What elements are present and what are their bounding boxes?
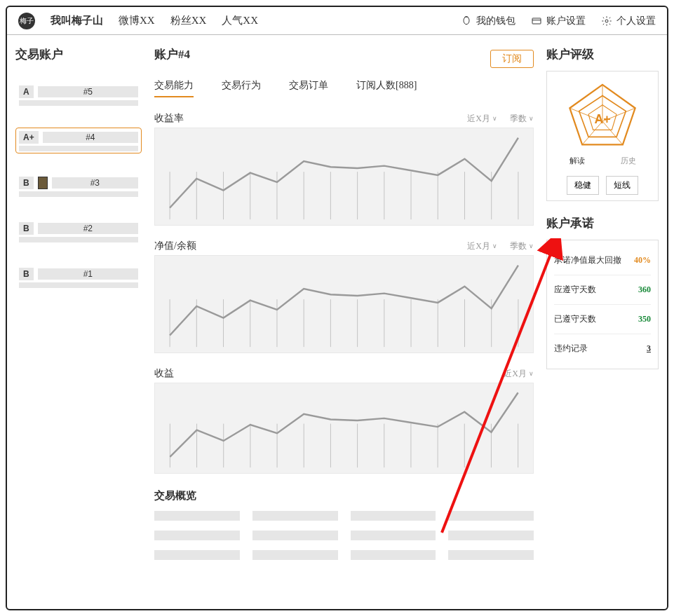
chevron-down-icon: ∨: [529, 242, 534, 249]
chart-canvas: [154, 255, 534, 353]
logo-icon: 梅子: [18, 13, 35, 29]
top-nav: 梅子 我叫梅子山 微博XX 粉丝XX 人气XX 我的钱包 账户设置 个人设置: [7, 7, 667, 35]
account-item[interactable]: A#5: [15, 82, 142, 108]
right-column: 账户评级 A+ 解读 历史: [546, 46, 659, 560]
overview-cell: [351, 531, 436, 540]
chevron-down-icon: ∨: [492, 115, 497, 122]
chart-control-period[interactable]: 近X月 ∨: [467, 113, 497, 125]
tab[interactable]: 交易行为: [222, 79, 261, 97]
chart-canvas: [154, 128, 534, 226]
chart-canvas: [154, 383, 534, 474]
nav-wallet[interactable]: 我的钱包: [461, 15, 515, 27]
overview-cell: [154, 511, 240, 521]
nav-account-settings[interactable]: 账户设置: [531, 15, 586, 27]
overview-cell: [448, 531, 534, 540]
grade-badge: B: [19, 222, 34, 235]
rating-btn-short[interactable]: 短线: [606, 176, 638, 195]
account-name: #1: [38, 268, 138, 280]
promise-value: 40%: [634, 255, 651, 266]
account-name: #5: [38, 86, 138, 97]
grade-badge: A: [19, 85, 34, 98]
rating-title: 账户评级: [546, 46, 659, 62]
svg-point-3: [605, 20, 608, 22]
account-subline: [19, 191, 138, 197]
account-name: #3: [52, 177, 138, 189]
grade-badge: B: [19, 177, 34, 189]
tab-bar: 交易能力交易行为交易订单订阅人数[888]: [154, 79, 534, 98]
overview-cell: [154, 531, 240, 540]
chart-title: 收益: [154, 367, 174, 380]
overview-cell: [351, 511, 436, 521]
card-icon: [531, 15, 542, 27]
account-subline: [19, 282, 138, 288]
radar-chart-icon: A+: [560, 78, 645, 149]
account-item[interactable]: B#1: [15, 264, 142, 290]
chart-control-season[interactable]: 季数 ∨: [510, 113, 534, 125]
chevron-down-icon: ∨: [529, 370, 534, 377]
rating-tab-interpret[interactable]: 解读: [569, 156, 585, 166]
overview-cell: [252, 531, 338, 540]
promise-label: 承诺净值最大回撤: [554, 254, 621, 266]
nav-link-fans[interactable]: 粉丝XX: [170, 14, 207, 27]
chart-block: 收益近X月 ∨: [154, 367, 534, 474]
sidebar: 交易账户 A#5A+#4B#3B#2B#1: [15, 46, 142, 560]
nav-link-popularity[interactable]: 人气XX: [222, 14, 258, 27]
grade-badge: A+: [19, 131, 39, 144]
chart-control-period[interactable]: 近X月 ∨: [467, 240, 497, 252]
chart-title: 净值/余额: [154, 240, 196, 252]
promise-value: 350: [638, 314, 651, 324]
center-panel: 账户#4 订阅 交易能力交易行为交易订单订阅人数[888] 收益率近X月 ∨季数…: [154, 46, 534, 560]
overview-cell: [351, 550, 436, 560]
promise-row: 违约记录3: [554, 334, 651, 363]
account-item[interactable]: B#3: [15, 173, 142, 199]
chevron-down-icon: ∨: [529, 115, 534, 122]
nav-account-settings-label: 账户设置: [546, 15, 586, 27]
nav-link-weibo[interactable]: 微博XX: [119, 14, 155, 27]
promise-label: 已遵守天数: [554, 313, 596, 325]
promise-row: 应遵守天数360: [554, 275, 651, 305]
svg-rect-1: [532, 18, 541, 24]
svg-text:A+: A+: [594, 112, 610, 126]
nav-personal-settings[interactable]: 个人设置: [601, 15, 656, 27]
wallet-icon: [461, 15, 472, 27]
account-subline: [19, 146, 138, 151]
overview-cell: [448, 550, 534, 560]
overview-cell: [252, 550, 338, 560]
promise-box: 承诺净值最大回撤40%应遵守天数360已遵守天数350违约记录3: [546, 240, 659, 369]
account-name: #2: [38, 223, 138, 234]
chart-block: 收益率近X月 ∨季数 ∨: [154, 112, 534, 226]
promise-value: 360: [638, 285, 651, 295]
center-title: 账户#4: [154, 46, 190, 62]
tab[interactable]: 交易能力: [154, 79, 194, 97]
nav-personal-settings-label: 个人设置: [616, 15, 656, 27]
account-item[interactable]: A+#4: [15, 128, 142, 153]
overview-title: 交易概览: [154, 489, 534, 502]
overview-section: 交易概览: [154, 489, 534, 560]
overview-cell: [448, 511, 534, 521]
promise-label: 违约记录: [554, 343, 588, 355]
account-subline: [19, 100, 138, 106]
chevron-down-icon: ∨: [492, 242, 497, 249]
gear-icon: [601, 15, 612, 27]
chart-title: 收益率: [154, 112, 184, 125]
account-name: #4: [43, 132, 138, 143]
account-item[interactable]: B#2: [15, 219, 142, 245]
tab[interactable]: 订阅人数[888]: [356, 79, 417, 97]
account-subline: [19, 237, 138, 242]
promise-value: 3: [647, 343, 651, 354]
brand-name: 我叫梅子山: [50, 14, 103, 27]
tab[interactable]: 交易订单: [289, 79, 328, 97]
promise-label: 应遵守天数: [554, 284, 596, 296]
chart-control-season[interactable]: 季数 ∨: [510, 240, 534, 252]
overview-cell: [252, 511, 338, 521]
overview-grid: [154, 511, 534, 560]
rating-card: A+ 解读 历史 稳健 短线: [546, 71, 659, 201]
chart-control-period[interactable]: 近X月 ∨: [504, 368, 534, 380]
promise-title: 账户承诺: [546, 215, 659, 231]
svg-point-0: [464, 17, 469, 25]
subscribe-button[interactable]: 订阅: [490, 50, 534, 68]
sidebar-title: 交易账户: [15, 46, 142, 62]
rating-tab-history[interactable]: 历史: [621, 156, 636, 166]
rating-btn-steady[interactable]: 稳健: [567, 176, 599, 195]
overview-cell: [154, 550, 240, 560]
